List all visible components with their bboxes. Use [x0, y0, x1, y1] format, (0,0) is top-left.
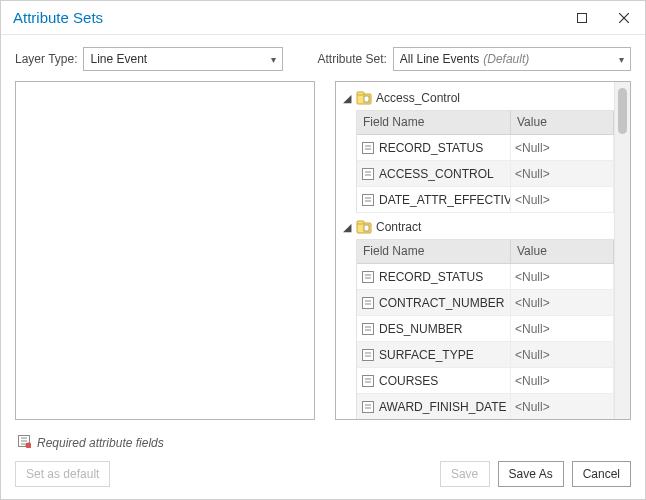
- group-header[interactable]: ◢Contract: [340, 215, 614, 239]
- chevron-down-icon: ▾: [271, 54, 276, 65]
- svg-rect-33: [363, 401, 374, 412]
- svg-rect-0: [578, 13, 587, 22]
- svg-rect-21: [363, 297, 374, 308]
- svg-rect-24: [363, 323, 374, 334]
- button-row: Set as default Save Save As Cancel: [15, 461, 631, 487]
- field-name-text: CONTRACT_NUMBER: [379, 296, 504, 310]
- field-name-text: RECORD_STATUS: [379, 270, 483, 284]
- svg-rect-12: [363, 194, 374, 205]
- titlebar: Attribute Sets: [1, 1, 645, 35]
- field-name-cell: SURFACE_TYPE: [357, 342, 511, 367]
- svg-rect-5: [364, 96, 369, 102]
- attribute-grid: Field NameValueRECORD_STATUS<Null>ACCESS…: [356, 110, 614, 213]
- field-name-cell: RECORD_STATUS: [357, 264, 511, 289]
- attribute-grid: Field NameValueRECORD_STATUS<Null>CONTRA…: [356, 239, 614, 419]
- field-name-cell: DATE_ATTR_EFFECTIVE: [357, 187, 511, 212]
- svg-rect-18: [363, 271, 374, 282]
- svg-rect-17: [364, 225, 369, 231]
- column-header-field[interactable]: Field Name: [357, 111, 511, 135]
- footer: Required attribute fields Set as default…: [1, 424, 645, 499]
- field-name-cell: CONTRACT_NUMBER: [357, 290, 511, 315]
- value-cell[interactable]: <Null>: [511, 264, 614, 289]
- value-cell[interactable]: <Null>: [511, 135, 614, 160]
- group-header[interactable]: ◢Access_Control: [340, 86, 614, 110]
- group-title: Access_Control: [376, 91, 460, 105]
- field-icon: [361, 374, 375, 388]
- maximize-button[interactable]: [561, 1, 603, 35]
- scrollbar-thumb[interactable]: [618, 88, 627, 134]
- chevron-down-icon: ▾: [619, 54, 624, 65]
- field-name-text: RECORD_STATUS: [379, 141, 483, 155]
- disclosure-triangle-icon[interactable]: ◢: [342, 92, 352, 105]
- value-cell[interactable]: <Null>: [511, 290, 614, 315]
- cancel-button[interactable]: Cancel: [572, 461, 631, 487]
- save-button[interactable]: Save: [440, 461, 490, 487]
- attribute-set-value: All Line Events: [400, 52, 479, 66]
- table-row[interactable]: AWARD_FINISH_DATE<Null>: [357, 394, 614, 419]
- window-title: Attribute Sets: [13, 9, 561, 26]
- field-name-text: ACCESS_CONTROL: [379, 167, 494, 181]
- attribute-set-dropdown[interactable]: All Line Events (Default) ▾: [393, 47, 631, 71]
- disclosure-triangle-icon[interactable]: ◢: [342, 221, 352, 234]
- value-cell[interactable]: <Null>: [511, 342, 614, 367]
- column-header-value[interactable]: Value: [511, 240, 614, 264]
- value-cell[interactable]: <Null>: [511, 316, 614, 341]
- table-row[interactable]: RECORD_STATUS<Null>: [357, 264, 614, 290]
- svg-rect-9: [363, 168, 374, 179]
- layer-type-value: Line Event: [90, 52, 147, 66]
- field-icon: [361, 193, 375, 207]
- table-row[interactable]: SURFACE_TYPE<Null>: [357, 342, 614, 368]
- svg-rect-16: [357, 221, 364, 224]
- table-row[interactable]: RECORD_STATUS<Null>: [357, 135, 614, 161]
- field-name-text: DES_NUMBER: [379, 322, 462, 336]
- field-name-cell: AWARD_FINISH_DATE: [357, 394, 511, 419]
- left-list-panel[interactable]: [15, 81, 315, 420]
- table-row[interactable]: CONTRACT_NUMBER<Null>: [357, 290, 614, 316]
- folder-icon: [356, 220, 372, 234]
- value-cell[interactable]: <Null>: [511, 394, 614, 419]
- main-content: ◢Access_ControlField NameValueRECORD_STA…: [1, 81, 645, 424]
- table-row[interactable]: DATE_ATTR_EFFECTIVE<Null>: [357, 187, 614, 213]
- field-icon: [361, 400, 375, 414]
- required-fields-legend: Required attribute fields: [15, 430, 631, 461]
- required-fields-text: Required attribute fields: [37, 436, 164, 450]
- column-header-field[interactable]: Field Name: [357, 240, 511, 264]
- field-icon: [361, 296, 375, 310]
- grid-header-row: Field NameValue: [357, 111, 614, 135]
- close-button[interactable]: [603, 1, 645, 35]
- value-cell[interactable]: <Null>: [511, 161, 614, 186]
- group-title: Contract: [376, 220, 421, 234]
- field-icon: [361, 141, 375, 155]
- layer-type-label: Layer Type:: [15, 52, 77, 66]
- value-cell[interactable]: <Null>: [511, 368, 614, 393]
- grid-header-row: Field NameValue: [357, 240, 614, 264]
- svg-rect-30: [363, 375, 374, 386]
- field-name-text: AWARD_FINISH_DATE: [379, 400, 507, 414]
- field-icon: [361, 167, 375, 181]
- attribute-group: ◢Access_ControlField NameValueRECORD_STA…: [340, 86, 614, 213]
- field-name-cell: COURSES: [357, 368, 511, 393]
- required-icon: [17, 434, 31, 451]
- vertical-scrollbar[interactable]: [614, 82, 630, 419]
- table-row[interactable]: ACCESS_CONTROL<Null>: [357, 161, 614, 187]
- svg-rect-27: [363, 349, 374, 360]
- field-name-text: SURFACE_TYPE: [379, 348, 474, 362]
- attribute-set-default-tag: (Default): [483, 52, 529, 66]
- field-name-cell: ACCESS_CONTROL: [357, 161, 511, 186]
- attribute-set-label: Attribute Set:: [317, 52, 386, 66]
- attribute-tree-panel: ◢Access_ControlField NameValueRECORD_STA…: [335, 81, 631, 420]
- value-cell[interactable]: <Null>: [511, 187, 614, 212]
- attribute-sets-dialog: Attribute Sets Layer Type: Line Event ▾ …: [0, 0, 646, 500]
- set-default-button[interactable]: Set as default: [15, 461, 110, 487]
- field-name-cell: RECORD_STATUS: [357, 135, 511, 160]
- layer-type-dropdown[interactable]: Line Event ▾: [83, 47, 283, 71]
- field-name-text: COURSES: [379, 374, 438, 388]
- attribute-tree[interactable]: ◢Access_ControlField NameValueRECORD_STA…: [336, 82, 614, 419]
- field-name-cell: DES_NUMBER: [357, 316, 511, 341]
- attribute-group: ◢ContractField NameValueRECORD_STATUS<Nu…: [340, 215, 614, 419]
- column-header-value[interactable]: Value: [511, 111, 614, 135]
- svg-point-40: [26, 443, 32, 449]
- table-row[interactable]: DES_NUMBER<Null>: [357, 316, 614, 342]
- table-row[interactable]: COURSES<Null>: [357, 368, 614, 394]
- save-as-button[interactable]: Save As: [498, 461, 564, 487]
